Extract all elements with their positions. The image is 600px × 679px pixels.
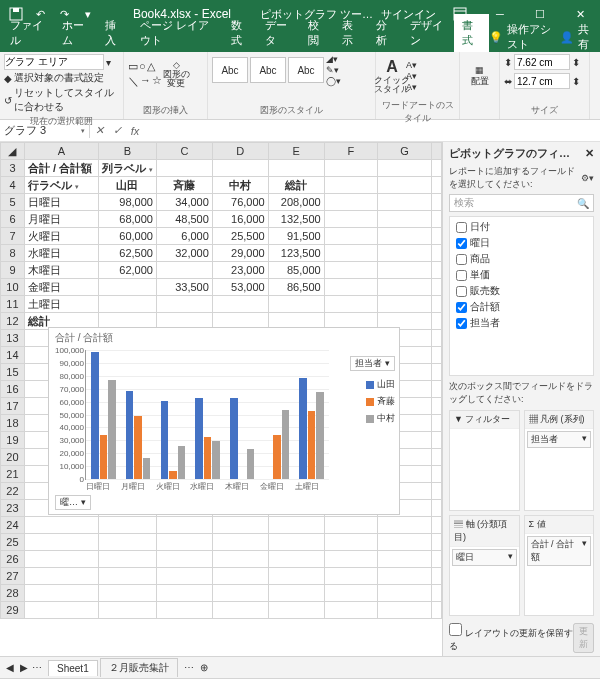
ribbon-tabs: ファイル ホーム 挿入 ページ レイアウト 数式 データ 校閲 表示 分析 デザ… xyxy=(0,28,600,52)
tell-me-label[interactable]: 操作アシスト xyxy=(507,22,556,52)
bar[interactable] xyxy=(108,380,115,479)
tab-view[interactable]: 表示 xyxy=(334,14,368,52)
update-btn[interactable]: 更新 xyxy=(573,623,594,653)
field-item[interactable]: 商品 xyxy=(456,251,587,267)
chart-title: 合計 / 合計額 xyxy=(49,328,399,348)
bar[interactable] xyxy=(308,411,315,479)
share-icon[interactable]: 👤 xyxy=(560,31,574,44)
pane-close-icon[interactable]: ✕ xyxy=(585,147,594,160)
name-box[interactable]: グラフ 3▾ xyxy=(0,123,90,138)
svg-rect-1 xyxy=(13,8,19,12)
bar[interactable] xyxy=(161,401,168,479)
text-fill-btn[interactable]: A▾ xyxy=(406,60,417,70)
shape-oval-icon[interactable]: ○ xyxy=(139,60,146,73)
pivot-chart[interactable]: 合計 / 合計額 担当者 ▾ 010,00020,00030,00040,000… xyxy=(48,327,400,515)
tab-insert[interactable]: 挿入 xyxy=(97,14,131,52)
bar[interactable] xyxy=(100,435,107,479)
sheet-tab-2[interactable]: ２月販売集計 xyxy=(100,658,178,677)
sheet-tab-1[interactable]: Sheet1 xyxy=(48,660,98,676)
bar[interactable] xyxy=(204,437,211,479)
format-selection-btn[interactable]: ◆選択対象の書式設定 xyxy=(4,71,119,85)
tab-data[interactable]: データ xyxy=(257,14,300,52)
shape-star-icon[interactable]: ☆ xyxy=(152,74,162,89)
selection-dropdown[interactable] xyxy=(4,54,104,70)
height-input[interactable] xyxy=(514,54,570,70)
tab-formulas[interactable]: 数式 xyxy=(223,14,257,52)
shape-effects-btn[interactable]: ◯▾ xyxy=(326,76,341,86)
zone-values[interactable]: Σ 値合計 / 合計額▾ xyxy=(524,515,595,616)
tab-review[interactable]: 校閲 xyxy=(300,14,334,52)
bar[interactable] xyxy=(247,449,254,479)
tab-home[interactable]: ホーム xyxy=(54,14,97,52)
shape-tri-icon[interactable]: △ xyxy=(147,60,155,73)
formula-bar[interactable] xyxy=(144,123,600,138)
field-item[interactable]: 単価 xyxy=(456,267,587,283)
tab-analyze[interactable]: 分析 xyxy=(368,14,402,52)
shape-style-3[interactable]: Abc xyxy=(288,57,324,83)
zone-axis[interactable]: ▤ 軸 (分類項目)曜日▾ xyxy=(449,515,520,616)
height-icon: ⬍ xyxy=(504,57,512,68)
zone-legend[interactable]: ▦ 凡例 (系列)担当者▾ xyxy=(524,410,595,511)
chart-legend-field-btn[interactable]: 担当者 ▾ xyxy=(350,356,395,371)
bar[interactable] xyxy=(299,378,306,479)
shape-style-2[interactable]: Abc xyxy=(250,57,286,83)
bar[interactable] xyxy=(282,410,289,479)
shape-rect-icon[interactable]: ▭ xyxy=(128,60,138,73)
field-item[interactable]: 日付 xyxy=(456,219,587,235)
pane-title: ピボットグラフのフィ… xyxy=(449,146,570,161)
tell-me-icon[interactable]: 💡 xyxy=(489,31,503,44)
bar[interactable] xyxy=(316,392,323,479)
fx-icon[interactable]: fx xyxy=(126,125,144,137)
text-outline-btn[interactable]: A▾ xyxy=(406,71,417,81)
bar[interactable] xyxy=(273,435,280,479)
search-icon: 🔍 xyxy=(577,198,589,209)
bar[interactable] xyxy=(126,391,133,479)
group-size: サイズ xyxy=(504,103,585,117)
field-item[interactable]: 担当者 xyxy=(456,315,587,331)
width-icon: ⬌ xyxy=(504,76,512,87)
enter-icon[interactable]: ✓ xyxy=(108,124,126,137)
bar[interactable] xyxy=(143,458,150,479)
tab-pagelayout[interactable]: ページ レイアウト xyxy=(132,14,223,52)
shape-fill-btn[interactable]: ◢▾ xyxy=(326,54,341,64)
tab-file[interactable]: ファイル xyxy=(2,14,54,52)
pivot-field-pane: ピボットグラフのフィ…✕ レポートに追加するフィールドを選択してください:⚙▾ … xyxy=(442,142,600,656)
quick-style-btn[interactable]: Aクイック スタイル xyxy=(380,54,404,98)
width-input[interactable] xyxy=(514,73,570,89)
arrange-btn[interactable]: ▦配置 xyxy=(468,54,492,98)
shape-style-1[interactable]: Abc xyxy=(212,57,248,83)
field-list[interactable]: 日付曜日商品単価販売数合計額担当者 xyxy=(449,216,594,376)
tab-design[interactable]: デザイン xyxy=(402,14,454,52)
bar[interactable] xyxy=(195,398,202,479)
pane-gear-icon[interactable]: ⚙▾ xyxy=(581,173,594,183)
bar[interactable] xyxy=(212,441,219,479)
sheet-nav-next[interactable]: ▶ xyxy=(20,662,28,673)
field-item[interactable]: 合計額 xyxy=(456,299,587,315)
new-sheet-icon[interactable]: ⊕ xyxy=(200,662,208,673)
shape-arrow-icon[interactable]: → xyxy=(140,74,151,89)
zone-filter[interactable]: ▼ フィルター xyxy=(449,410,520,511)
group-shape-styles: 図形のスタイル xyxy=(212,103,371,117)
chart-axis-field-btn[interactable]: 曜… ▾ xyxy=(55,495,91,510)
worksheet[interactable]: ◢ABCDEFG 3合計 / 合計額列ラベル ▾ 4行ラベル ▾山田斉藤中村総計… xyxy=(0,142,442,656)
chart-legend: 山田斉藤中村 xyxy=(366,378,395,429)
group-insert-shapes: 図形の挿入 xyxy=(128,103,203,117)
sheet-nav-prev[interactable]: ◀ xyxy=(0,662,20,673)
bar[interactable] xyxy=(230,398,237,479)
share-label[interactable]: 共有 xyxy=(578,22,594,52)
cancel-icon[interactable]: ✕ xyxy=(90,124,108,137)
change-shape-btn[interactable]: ◇図形の 変更 xyxy=(164,54,188,94)
shape-line-icon[interactable]: ＼ xyxy=(128,74,139,89)
shape-outline-btn[interactable]: ✎▾ xyxy=(326,65,341,75)
field-item[interactable]: 曜日 xyxy=(456,235,587,251)
bar[interactable] xyxy=(169,471,176,479)
bar[interactable] xyxy=(178,446,185,479)
bar[interactable] xyxy=(134,416,141,479)
field-search[interactable]: 検索🔍 xyxy=(449,194,594,212)
defer-layout-checkbox[interactable]: レイアウトの更新を保留する xyxy=(449,623,573,653)
field-item[interactable]: 販売数 xyxy=(456,283,587,299)
bar[interactable] xyxy=(91,352,98,479)
text-effects-btn[interactable]: A▾ xyxy=(406,82,417,92)
tab-format[interactable]: 書式 xyxy=(454,14,488,52)
reset-style-btn[interactable]: ↺リセットしてスタイルに合わせる xyxy=(4,86,119,114)
